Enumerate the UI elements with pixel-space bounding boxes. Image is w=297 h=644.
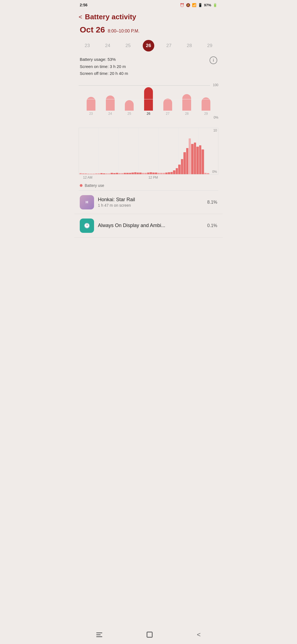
daily-bar [113,173,116,174]
app-list: H Honkai: Star Rail 1 h 47 m on screen 8… [74,191,223,238]
mute-icon: 🔕 [186,3,190,7]
day-selector: 23 24 25 26 27 28 29 [74,37,223,54]
daily-bar [106,173,108,174]
time-range: 8:00–10:00 P.M. [108,29,139,34]
page-header: < Battery activity [74,9,223,24]
bar-wrap-28[interactable]: 28 [182,94,191,116]
daily-bar [199,145,201,174]
chart-label-0pct: 0% [212,170,217,174]
app-pct-honkai: 8.1% [207,200,217,205]
screen-on-stat: Screen on time: 3 h 20 m [80,63,217,70]
day-item-28[interactable]: 28 [184,40,195,51]
daily-bar [100,173,103,174]
daily-bar [152,173,155,174]
bar-25 [125,100,134,111]
daily-bar [165,173,167,174]
daily-bar [186,148,188,174]
back-button[interactable]: < [79,13,82,21]
daily-chart: 10 0% 12 AM 12 PM [74,125,223,181]
daily-bar [142,173,144,174]
bar-label-29: 29 [204,112,208,116]
chart-label-0: 0% [214,116,218,119]
daily-bar [134,172,136,174]
day-item-23[interactable]: 23 [81,40,93,51]
screen-off-stat: Screen off time: 20 h 40 m [80,70,217,77]
chart-label-100: 100 [213,83,218,87]
daily-bar [116,173,118,174]
daily-bar [108,173,110,174]
app-info-aod: Always On Display and Ambi... [98,223,204,228]
app-pct-aod: 0.1% [207,223,217,228]
battery-icon: 🔋 [213,3,217,7]
daily-bar [79,173,82,174]
time-label-mid: 12 PM [148,176,158,179]
daily-bar [194,143,196,174]
app-icon-honkai: H [80,195,94,209]
bar-label-25: 25 [128,112,131,116]
status-bar: 2:56 ⏰ 🔕 📶 📱 97% 🔋 [74,0,223,9]
daily-bar [103,173,105,174]
legend-label: Battery use [85,183,104,188]
daily-bar [126,173,128,174]
daily-bar [147,173,149,174]
info-button[interactable]: i [210,56,217,64]
daily-bar [119,173,121,174]
bar-29 [202,97,210,111]
app-item-honkai[interactable]: H Honkai: Star Rail 1 h 47 m on screen 8… [74,191,223,214]
day-item-27[interactable]: 27 [163,40,175,51]
daily-bar [207,173,209,174]
weekly-bars: 23 24 25 26 27 28 [79,85,218,116]
daily-bar [158,173,160,174]
app-name-honkai: Honkai: Star Rail [98,197,204,203]
status-time: 2:56 [80,3,87,7]
day-item-25[interactable]: 25 [122,40,134,51]
battery-usage-stat: Battery usage: 53% [80,56,217,63]
daily-bar [111,173,113,174]
bar-wrap-25[interactable]: 25 [125,100,134,116]
bar-label-24: 24 [108,112,112,116]
app-icon-aod: 🕐 [80,219,94,233]
daily-bar [129,173,131,174]
daily-bar [92,174,95,174]
daily-bar [191,144,193,174]
time-labels: 12 AM 12 PM [79,174,218,179]
bar-wrap-26[interactable]: 26 [144,87,153,116]
daily-bar [155,173,157,174]
bar-wrap-24[interactable]: 24 [106,95,115,116]
bar-wrap-23[interactable]: 23 [87,97,95,116]
daily-bar [181,159,183,174]
bar-wrap-27[interactable]: 27 [163,99,172,116]
day-item-29[interactable]: 29 [204,40,216,51]
daily-bar [98,173,100,174]
daily-bar [173,170,175,174]
daily-bar [131,173,134,174]
daily-bar [176,168,178,174]
daily-bar [121,173,123,174]
time-label-start: 12 AM [83,176,92,179]
stats-section: Battery usage: 53% Screen on time: 3 h 2… [74,54,223,80]
status-icons: ⏰ 🔕 📶 📱 97% 🔋 [180,3,217,7]
bar-27 [163,99,172,111]
app-item-aod[interactable]: 🕐 Always On Display and Ambi... 0.1% [74,214,223,238]
daily-bar [137,173,139,174]
page-title: Battery activity [85,13,136,21]
bar-label-23: 23 [89,112,93,116]
day-item-24[interactable]: 24 [102,40,113,51]
daily-bar [183,152,186,174]
daily-bar [150,172,152,174]
bar-wrap-29[interactable]: 29 [202,97,210,116]
date-display: Oct 26 [80,25,105,34]
daily-bar [168,172,170,174]
daily-bar [95,173,97,174]
daily-bar [204,173,207,174]
daily-bar [202,149,204,174]
app-time-honkai: 1 h 47 m on screen [98,203,204,208]
alarm-icon: ⏰ [180,3,184,7]
bar-label-26: 26 [147,112,150,116]
day-item-26[interactable]: 26 [143,40,154,51]
bar-28 [182,94,191,111]
battery-pct: 97% [204,3,211,7]
daily-bar [139,173,141,174]
chart-label-10: 10 [213,129,217,132]
signal-icon: 📱 [198,3,202,7]
